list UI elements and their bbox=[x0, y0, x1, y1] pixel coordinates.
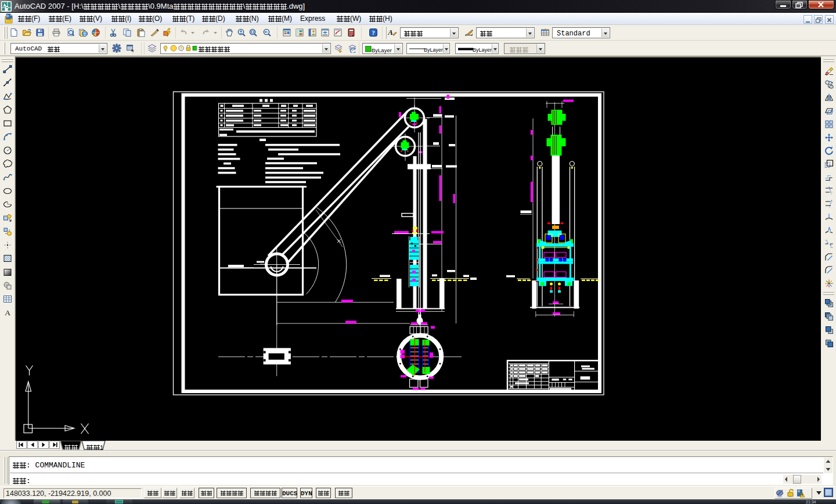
svg-text:A: A bbox=[5, 308, 10, 317]
svg-text:?: ? bbox=[372, 29, 375, 36]
svg-text:A: A bbox=[388, 28, 393, 37]
